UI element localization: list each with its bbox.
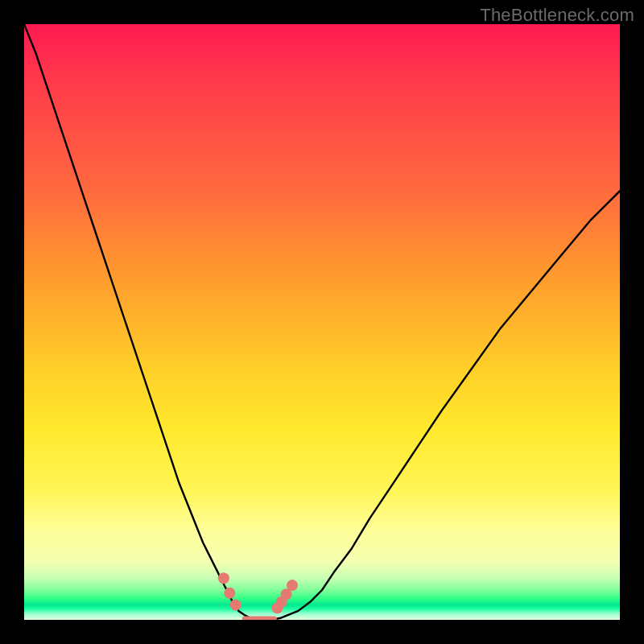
marker-dot [218, 572, 229, 584]
chart-frame: TheBottleneck.com [0, 0, 644, 644]
watermark-text: TheBottleneck.com [480, 5, 634, 26]
plot-area [24, 24, 620, 620]
curve-markers [218, 572, 298, 613]
curve-svg [24, 24, 620, 620]
marker-dot [224, 588, 235, 599]
bottleneck-curve [24, 24, 620, 620]
marker-dot [287, 580, 298, 591]
marker-dot [230, 600, 242, 611]
